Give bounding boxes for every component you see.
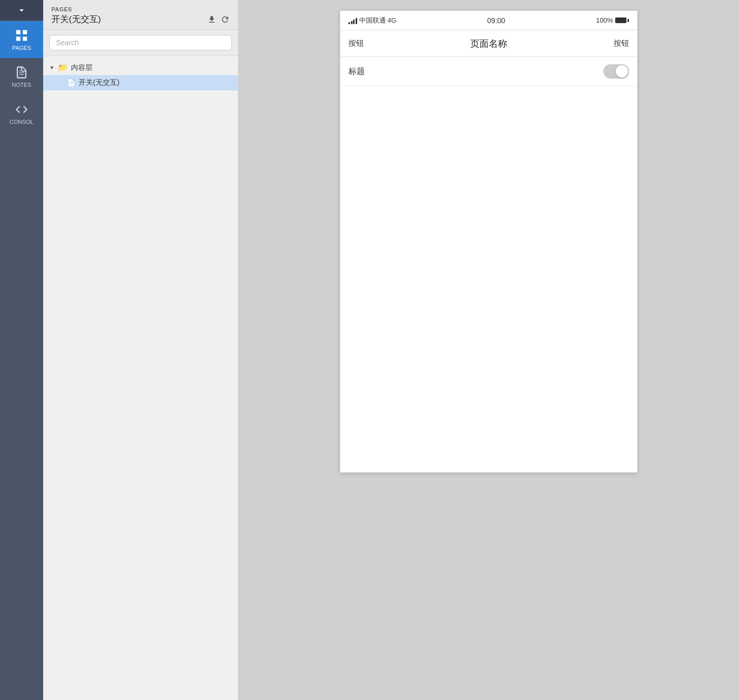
navbar-right-button[interactable]: 按钮 [614, 39, 629, 48]
content-row-toggle: 标题 [340, 57, 637, 86]
pages-section-label: PAGES [51, 6, 230, 12]
export-icon[interactable] [207, 15, 216, 24]
signal-bars-icon [348, 17, 357, 24]
toggle-switch[interactable] [603, 64, 629, 79]
page-doc-icon: 📄 [67, 79, 76, 87]
notes-icon [14, 65, 29, 80]
toggle-row-label: 标题 [348, 66, 365, 77]
search-input[interactable] [49, 35, 232, 50]
status-time: 09:00 [487, 16, 505, 25]
pages-panel: PAGES 开关(无交互) ▼ 📁 内容层 📄 开关(无交互) [43, 0, 238, 700]
sidebar-item-console[interactable]: CONSOL [0, 95, 43, 132]
phone-frame: 中国联通 4G 09:00 100% 按钮 页面名称 按钮 标题 [340, 10, 638, 473]
sidebar-item-pages-label: PAGES [12, 45, 31, 51]
sidebar-item-console-label: CONSOL [10, 119, 33, 125]
dropdown-icon [16, 5, 27, 15]
refresh-icon[interactable] [220, 15, 230, 24]
pages-panel-title: 开关(无交互) [51, 13, 101, 25]
folder-label: 内容层 [71, 63, 93, 72]
battery-body [615, 17, 626, 23]
sidebar-item-notes-label: NOTES [12, 82, 31, 88]
battery-tip [627, 19, 629, 22]
phone-navbar: 按钮 页面名称 按钮 [340, 30, 637, 57]
signal-bar-3 [353, 20, 355, 24]
console-icon [14, 102, 29, 117]
pages-icon [14, 28, 29, 43]
preview-area: 中国联通 4G 09:00 100% 按钮 页面名称 按钮 标题 [238, 0, 739, 700]
navbar-left-button[interactable]: 按钮 [348, 39, 364, 48]
tree-folder-content-layer[interactable]: ▼ 📁 内容层 [43, 60, 238, 75]
signal-bar-1 [348, 22, 350, 24]
panel-header-icons [207, 15, 230, 24]
folder-icon: 📁 [58, 63, 68, 72]
tree-item-page[interactable]: 📄 开关(无交互) [43, 75, 238, 90]
folder-chevron-icon: ▼ [49, 65, 54, 70]
battery-icon [615, 17, 629, 23]
battery-percent: 100% [596, 16, 613, 24]
status-right: 100% [596, 16, 629, 24]
status-left: 中国联通 4G [348, 16, 396, 25]
phone-status-bar: 中国联通 4G 09:00 100% [340, 11, 637, 30]
tree-item-label: 开关(无交互) [79, 78, 119, 87]
signal-bar-4 [356, 18, 357, 24]
navbar-title: 页面名称 [470, 38, 507, 50]
sidebar-item-pages[interactable]: PAGES [0, 21, 43, 58]
carrier-label: 中国联通 4G [359, 16, 397, 25]
search-container [43, 30, 238, 56]
phone-content: 标题 [340, 57, 637, 472]
icon-sidebar: PAGES NOTES CONSOL [0, 0, 43, 700]
tree-container: ▼ 📁 内容层 📄 开关(无交互) [43, 56, 238, 700]
pages-panel-header: PAGES 开关(无交互) [43, 0, 238, 30]
signal-bar-2 [351, 21, 353, 24]
sidebar-top-dropdown[interactable] [0, 0, 43, 21]
sidebar-item-notes[interactable]: NOTES [0, 58, 43, 95]
